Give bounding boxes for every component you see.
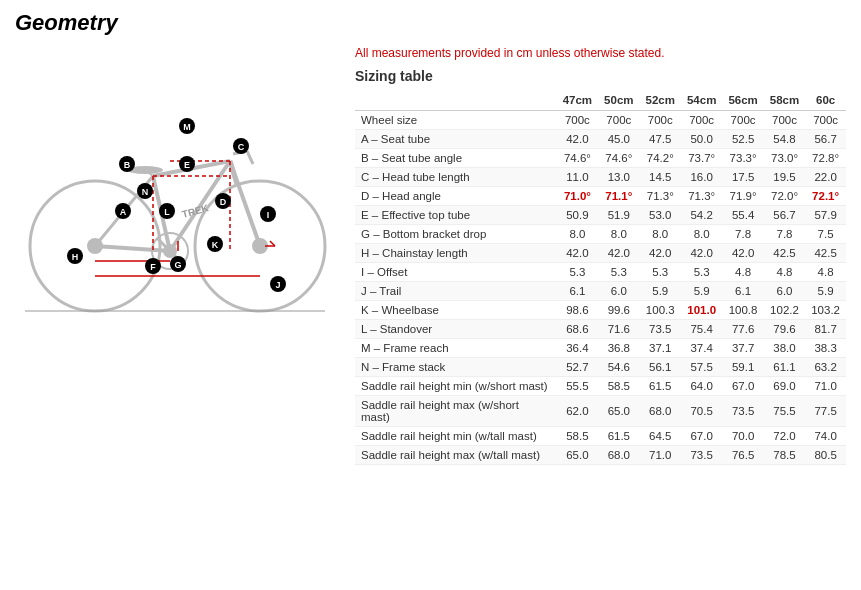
row-value: 55.5 — [557, 377, 598, 396]
row-value: 4.8 — [805, 263, 846, 282]
row-value: 8.0 — [681, 225, 722, 244]
row-value: 63.2 — [805, 358, 846, 377]
row-value: 52.7 — [557, 358, 598, 377]
row-value: 71.3° — [640, 187, 681, 206]
row-value: 37.7 — [722, 339, 763, 358]
col-header-label — [355, 90, 557, 111]
row-value: 74.6° — [557, 149, 598, 168]
row-label: A – Seat tube — [355, 130, 557, 149]
row-value: 13.0 — [598, 168, 639, 187]
row-value: 5.3 — [557, 263, 598, 282]
row-value: 71.0 — [805, 377, 846, 396]
row-value: 700c — [640, 111, 681, 130]
row-value: 36.4 — [557, 339, 598, 358]
row-value: 5.9 — [640, 282, 681, 301]
svg-text:L: L — [164, 207, 170, 217]
row-value: 700c — [764, 111, 805, 130]
row-value: 65.0 — [557, 446, 598, 465]
row-value: 6.1 — [722, 282, 763, 301]
row-value: 5.9 — [805, 282, 846, 301]
row-value: 42.0 — [557, 244, 598, 263]
row-value: 99.6 — [598, 301, 639, 320]
row-value: 5.9 — [681, 282, 722, 301]
geometry-table: 47cm 50cm 52cm 54cm 56cm 58cm 60c Wheel … — [355, 90, 846, 465]
row-value: 70.0 — [722, 427, 763, 446]
row-value: 36.8 — [598, 339, 639, 358]
table-row: Wheel size700c700c700c700c700c700c700c — [355, 111, 846, 130]
table-row: Saddle rail height min (w/short mast)55.… — [355, 377, 846, 396]
svg-text:M: M — [183, 122, 191, 132]
row-value: 79.6 — [764, 320, 805, 339]
row-value: 11.0 — [557, 168, 598, 187]
row-value: 64.0 — [681, 377, 722, 396]
row-value: 73.5 — [681, 446, 722, 465]
svg-text:J: J — [275, 280, 280, 290]
row-value: 71.3° — [681, 187, 722, 206]
row-label: Saddle rail height min (w/short mast) — [355, 377, 557, 396]
row-value: 8.0 — [557, 225, 598, 244]
row-label: L – Standover — [355, 320, 557, 339]
table-row: Saddle rail height max (w/short mast)62.… — [355, 396, 846, 427]
row-value: 71.9° — [722, 187, 763, 206]
row-value: 6.0 — [598, 282, 639, 301]
row-value: 67.0 — [722, 377, 763, 396]
row-value: 37.4 — [681, 339, 722, 358]
col-header-56: 56cm — [722, 90, 763, 111]
row-value: 71.6 — [598, 320, 639, 339]
row-value: 98.6 — [557, 301, 598, 320]
row-value: 71.1° — [598, 187, 639, 206]
row-value: 42.0 — [557, 130, 598, 149]
row-value: 75.5 — [764, 396, 805, 427]
row-value: 42.0 — [681, 244, 722, 263]
row-value: 700c — [681, 111, 722, 130]
row-value: 59.1 — [722, 358, 763, 377]
row-value: 700c — [598, 111, 639, 130]
row-label: I – Offset — [355, 263, 557, 282]
row-value: 47.5 — [640, 130, 681, 149]
row-value: 4.8 — [764, 263, 805, 282]
row-value: 55.4 — [722, 206, 763, 225]
row-value: 7.5 — [805, 225, 846, 244]
table-row: M – Frame reach36.436.837.137.437.738.03… — [355, 339, 846, 358]
row-value: 7.8 — [722, 225, 763, 244]
row-value: 73.7° — [681, 149, 722, 168]
table-row: H – Chainstay length42.042.042.042.042.0… — [355, 244, 846, 263]
row-value: 42.0 — [598, 244, 639, 263]
svg-text:E: E — [184, 160, 190, 170]
row-label: K – Wheelbase — [355, 301, 557, 320]
row-value: 700c — [805, 111, 846, 130]
row-label: E – Effective top tube — [355, 206, 557, 225]
row-label: M – Frame reach — [355, 339, 557, 358]
row-value: 65.0 — [598, 396, 639, 427]
row-value: 56.1 — [640, 358, 681, 377]
row-value: 61.5 — [598, 427, 639, 446]
row-label: H – Chainstay length — [355, 244, 557, 263]
svg-text:H: H — [72, 252, 79, 262]
table-row: D – Head angle71.0°71.1°71.3°71.3°71.9°7… — [355, 187, 846, 206]
row-value: 68.0 — [640, 396, 681, 427]
row-value: 7.8 — [764, 225, 805, 244]
row-value: 72.0° — [764, 187, 805, 206]
row-value: 37.1 — [640, 339, 681, 358]
row-value: 16.0 — [681, 168, 722, 187]
svg-text:C: C — [238, 142, 245, 152]
row-value: 77.5 — [805, 396, 846, 427]
row-value: 61.5 — [640, 377, 681, 396]
row-value: 19.5 — [764, 168, 805, 187]
svg-text:TREK: TREK — [181, 202, 211, 220]
table-row: C – Head tube length11.013.014.516.017.5… — [355, 168, 846, 187]
table-row: G – Bottom bracket drop8.08.08.08.07.87.… — [355, 225, 846, 244]
svg-text:I: I — [267, 210, 270, 220]
row-value: 38.3 — [805, 339, 846, 358]
row-value: 42.5 — [805, 244, 846, 263]
table-row: I – Offset5.35.35.35.34.84.84.8 — [355, 263, 846, 282]
row-value: 74.0 — [805, 427, 846, 446]
row-value: 69.0 — [764, 377, 805, 396]
sizing-title: Sizing table — [355, 68, 846, 84]
row-value: 38.0 — [764, 339, 805, 358]
svg-line-11 — [230, 161, 237, 184]
col-header-58: 58cm — [764, 90, 805, 111]
col-header-50: 50cm — [598, 90, 639, 111]
col-header-54: 54cm — [681, 90, 722, 111]
row-value: 22.0 — [805, 168, 846, 187]
